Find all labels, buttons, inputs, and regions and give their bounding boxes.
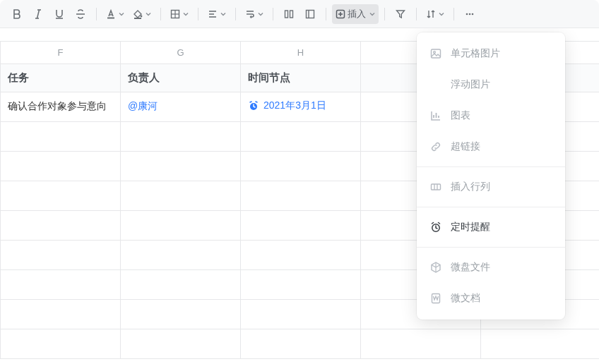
svg-rect-31 [432, 184, 441, 190]
separator [453, 8, 454, 20]
col-header-F[interactable]: F [1, 41, 121, 63]
separator [384, 8, 385, 20]
menu-item-wedisk-file[interactable]: 微盘文件 [417, 252, 565, 283]
separator [273, 8, 273, 20]
chevron-down-icon [182, 11, 189, 18]
menu-label: 单元格图片 [451, 47, 500, 60]
header-due[interactable]: 时间节点 [241, 63, 361, 92]
svg-point-23 [469, 13, 471, 15]
menu-separator [417, 247, 565, 248]
blank-icon [429, 78, 442, 91]
italic-button[interactable] [28, 4, 48, 24]
borders-button[interactable] [167, 4, 192, 24]
header-owner[interactable]: 负责人 [121, 63, 241, 92]
menu-label: 微盘文件 [451, 261, 490, 274]
menu-item-cell-image[interactable]: 单元格图片 [417, 38, 565, 69]
separator [198, 8, 198, 20]
menu-separator [417, 166, 565, 167]
alarm-icon [248, 100, 259, 111]
table-row[interactable] [1, 329, 600, 358]
chevron-down-icon [145, 11, 152, 18]
due-date-text: 2021年3月1日 [263, 99, 326, 112]
spreadsheet-area: F G H I 任务 负责人 时间节点 确认合作对象参与意向 @康河 2021年… [0, 28, 599, 364]
font-color-button[interactable] [102, 4, 128, 24]
wedoc-icon [429, 292, 442, 305]
svg-rect-26 [432, 49, 441, 58]
chevron-down-icon [369, 11, 376, 18]
svg-point-6 [141, 15, 143, 17]
separator [96, 8, 97, 20]
chevron-down-icon [118, 11, 125, 18]
insert-label: 插入 [348, 8, 366, 20]
menu-item-chart[interactable]: 图表 [417, 100, 565, 131]
svg-rect-16 [290, 11, 293, 18]
header-task[interactable]: 任务 [1, 63, 121, 92]
col-header-G[interactable]: G [121, 41, 241, 63]
insert-dropdown-menu: 单元格图片 浮动图片 图表 超链接 插入行列 [417, 32, 565, 320]
menu-label: 浮动图片 [451, 78, 490, 91]
cell-task[interactable]: 确认合作对象参与意向 [1, 92, 121, 121]
menu-item-wedoc[interactable]: 微文档 [417, 283, 565, 314]
separator [235, 8, 236, 20]
chevron-down-icon [257, 11, 264, 18]
chart-icon [429, 109, 442, 122]
svg-point-24 [472, 13, 474, 15]
menu-separator [417, 207, 565, 207]
menu-label: 图表 [451, 109, 470, 122]
menu-label: 微文档 [451, 292, 480, 305]
insert-button[interactable]: 插入 [332, 4, 379, 24]
svg-rect-15 [285, 11, 288, 18]
cell-owner[interactable]: @康河 [121, 92, 241, 121]
wrap-text-button[interactable] [242, 4, 267, 24]
svg-rect-7 [134, 18, 141, 19]
separator [160, 8, 161, 20]
col-header-H[interactable]: H [241, 41, 361, 63]
fill-color-button[interactable] [129, 4, 155, 24]
mention-user[interactable]: @康河 [128, 100, 158, 111]
menu-item-hyperlink[interactable]: 超链接 [417, 131, 565, 162]
alarm-icon [429, 221, 442, 233]
svg-line-2 [37, 10, 40, 18]
image-icon [429, 47, 442, 60]
underline-button[interactable] [49, 4, 69, 24]
sort-button[interactable] [422, 4, 448, 24]
insert-rowcol-icon [429, 181, 442, 193]
strikethrough-button[interactable] [71, 4, 90, 24]
chevron-down-icon [438, 11, 445, 18]
link-icon [429, 140, 442, 153]
svg-rect-5 [107, 17, 114, 18]
menu-label: 定时提醒 [451, 221, 490, 233]
menu-item-timed-reminder[interactable]: 定时提醒 [417, 212, 565, 243]
separator [416, 8, 417, 20]
cell-due[interactable]: 2021年3月1日 [241, 92, 361, 121]
menu-item-insert-rowcol[interactable]: 插入行列 [417, 171, 565, 202]
svg-point-22 [466, 13, 468, 15]
separator [326, 8, 326, 20]
menu-item-floating-image[interactable]: 浮动图片 [417, 69, 565, 100]
freeze-button[interactable] [300, 4, 320, 24]
bold-button[interactable] [7, 4, 27, 24]
menu-label: 超链接 [451, 140, 480, 153]
chevron-down-icon [220, 11, 227, 18]
align-button[interactable] [204, 4, 230, 24]
more-button[interactable] [460, 4, 480, 24]
svg-point-27 [434, 51, 436, 54]
filter-button[interactable] [391, 4, 410, 24]
menu-label: 插入行列 [451, 181, 490, 193]
merge-cells-button[interactable] [279, 4, 299, 24]
wedisk-icon [429, 261, 442, 274]
formatting-toolbar: 插入 [0, 0, 599, 28]
svg-rect-17 [307, 10, 314, 18]
